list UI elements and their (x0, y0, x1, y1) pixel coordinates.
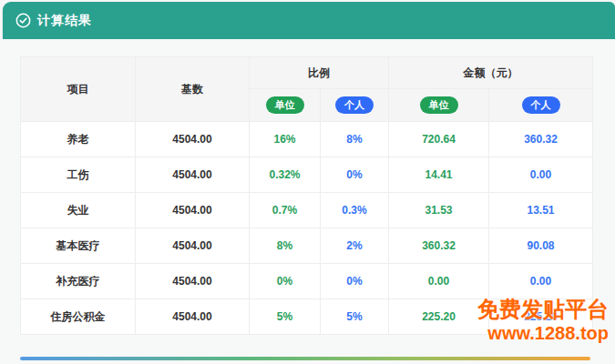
cell-item: 住房公积金 (21, 299, 136, 335)
table-row: 住房公积金 4504.00 5% 5% 225.20 225.20 (21, 299, 593, 335)
cell-base: 4504.00 (136, 122, 250, 157)
cell-ratio-unit: 16% (250, 122, 321, 157)
cell-amount-unit: 720.64 (389, 122, 489, 157)
cell-amount-unit: 14.41 (389, 157, 489, 193)
cell-ratio-personal: 2% (321, 228, 389, 264)
cell-base: 4504.00 (136, 157, 250, 193)
cell-item: 养老 (21, 122, 136, 157)
subheader-amount-unit: 单位 (389, 89, 489, 122)
cell-base: 4504.00 (136, 264, 250, 299)
cell-amount-personal: 360.32 (489, 122, 593, 157)
content-area: 项目 基数 比例 金额（元） 单位 个人 单位 个人 (0, 39, 615, 364)
panel-title: 计算结果 (37, 13, 92, 29)
cell-amount-unit: 31.53 (389, 193, 489, 228)
unit-badge: 单位 (266, 96, 304, 113)
subheader-ratio-unit: 单位 (250, 89, 321, 122)
table-row: 基本医疗 4504.00 8% 2% 360.32 90.08 (21, 228, 593, 264)
cell-base: 4504.00 (136, 299, 250, 335)
cell-item: 工伤 (21, 157, 136, 193)
cell-ratio-personal: 8% (321, 122, 389, 157)
page: 计算结果 项目 基数 比例 金额（元） 单位 (0, 0, 615, 364)
personal-badge: 个人 (335, 96, 374, 113)
col-header-base: 基数 (136, 57, 250, 122)
personal-badge: 个人 (522, 96, 560, 113)
cell-amount-unit: 225.20 (389, 299, 489, 335)
cell-amount-personal: 90.08 (489, 228, 593, 264)
col-header-amount: 金额（元） (389, 57, 593, 89)
cell-ratio-personal: 5% (321, 299, 389, 335)
cell-amount-personal: 0.00 (489, 264, 593, 299)
cell-amount-personal: 225.20 (489, 299, 593, 335)
cell-base: 4504.00 (136, 228, 250, 264)
cell-amount-unit: 360.32 (389, 228, 489, 264)
table-row: 工伤 4504.00 0.32% 0% 14.41 0.00 (21, 157, 593, 193)
cell-amount-personal: 0.00 (489, 157, 593, 193)
cell-ratio-personal: 0% (321, 264, 389, 299)
cell-ratio-unit: 0.32% (250, 157, 321, 193)
unit-badge: 单位 (420, 96, 458, 113)
subheader-amount-personal: 个人 (489, 89, 593, 122)
cell-ratio-personal: 0% (321, 157, 389, 193)
panel-header: 计算结果 (3, 2, 615, 39)
cell-ratio-unit: 5% (250, 299, 321, 335)
table-row: 失业 4504.00 0.7% 0.3% 31.53 13.51 (21, 193, 593, 228)
cell-ratio-unit: 0% (250, 264, 321, 299)
cell-amount-unit: 0.00 (389, 264, 489, 299)
gradient-progress-bar (20, 357, 590, 360)
cell-item: 失业 (21, 193, 136, 228)
subheader-ratio-personal: 个人 (321, 89, 389, 122)
cell-item: 基本医疗 (21, 228, 136, 264)
cell-amount-personal: 13.51 (489, 193, 593, 228)
table-row: 补充医疗 4504.00 0% 0% 0.00 0.00 (21, 264, 593, 299)
cell-item: 补充医疗 (21, 264, 136, 299)
cell-base: 4504.00 (136, 193, 250, 228)
col-header-item: 项目 (21, 57, 136, 122)
cell-ratio-unit: 0.7% (250, 193, 321, 228)
result-table: 项目 基数 比例 金额（元） 单位 个人 单位 个人 (20, 56, 593, 335)
col-header-ratio: 比例 (250, 57, 389, 89)
table-row: 养老 4504.00 16% 8% 720.64 360.32 (21, 122, 593, 157)
cell-ratio-personal: 0.3% (321, 193, 389, 228)
check-circle-icon (15, 13, 31, 28)
cell-ratio-unit: 8% (250, 228, 321, 264)
